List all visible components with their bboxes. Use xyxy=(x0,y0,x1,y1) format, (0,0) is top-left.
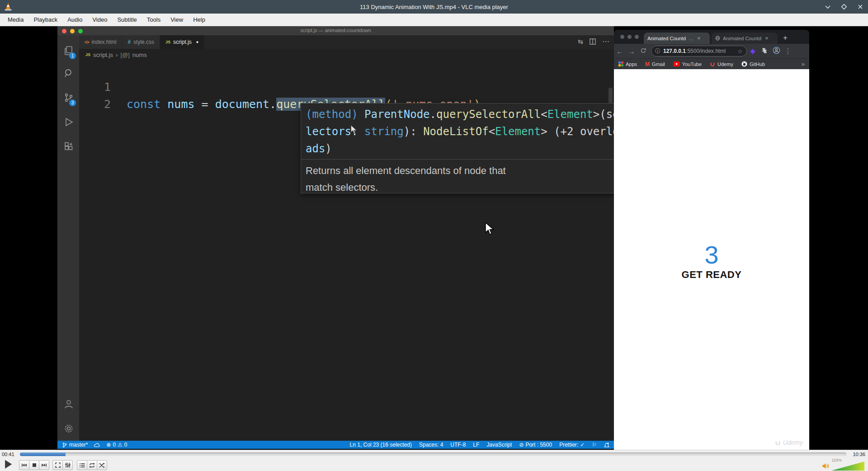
source-control-badge: 3 xyxy=(69,99,76,106)
menu-playback[interactable]: Playback xyxy=(29,14,61,25)
modified-dot-icon[interactable]: ● xyxy=(196,40,198,44)
url-host: 127.0.0.1 xyxy=(663,48,686,54)
compare-changes-icon[interactable]: ⇆ xyxy=(578,38,583,45)
prettier-status[interactable]: Prettier: ✓ xyxy=(559,442,585,448)
url-bar[interactable]: ⓘ 127.0.0.1:5500/index.html ☆ xyxy=(651,46,747,57)
countdown-number: 3 xyxy=(614,240,809,269)
bookmark-youtube[interactable]: YouTube xyxy=(673,61,702,67)
breadcrumb[interactable]: JS script.js › [@] nums xyxy=(85,50,147,60)
maximize-button[interactable] xyxy=(841,4,847,10)
vscode-titlebar: script.js — animated-countdown xyxy=(57,26,614,35)
menu-help[interactable]: Help xyxy=(189,14,209,25)
sig-token: ParentNode xyxy=(364,108,430,121)
activity-bar: 1 3 xyxy=(57,35,79,441)
volume-gauge[interactable] xyxy=(832,462,864,471)
code-line-1[interactable]: 1 const nums = document.querySelectorAll… xyxy=(79,61,614,79)
menu-subtitle[interactable]: Subtitle xyxy=(113,14,141,25)
eol-status[interactable]: LF xyxy=(473,442,479,448)
check-icon: ✓ xyxy=(580,442,585,448)
vscode-window: script.js — animated-countdown 1 3 xyxy=(57,26,614,449)
breadcrumb-file[interactable]: script.js xyxy=(93,52,113,58)
menu-tools[interactable]: Tools xyxy=(143,14,165,25)
git-branch-status[interactable]: master* xyxy=(62,442,88,448)
tab-style-css[interactable]: # style.css xyxy=(122,35,160,49)
previous-button[interactable] xyxy=(19,460,29,470)
forward-button[interactable]: → xyxy=(626,47,637,55)
live-server-port-status[interactable]: ⊘ Port : 5500 xyxy=(519,442,552,448)
error-count: 0 xyxy=(113,442,116,448)
encoding-status[interactable]: UTF-8 xyxy=(450,442,466,448)
breadcrumb-symbol[interactable]: nums xyxy=(132,52,147,58)
profile-avatar-icon[interactable] xyxy=(770,47,782,56)
bookmark-star-icon[interactable]: ☆ xyxy=(737,48,743,55)
hover-tooltip: (method) ParentNode.querySelectorAll<Ele… xyxy=(301,103,634,193)
notifications-bell-icon[interactable] xyxy=(604,442,609,448)
stop-button[interactable] xyxy=(29,460,39,470)
udemy-watermark-icon xyxy=(775,440,781,446)
play-button[interactable] xyxy=(4,459,13,471)
new-tab-button[interactable]: + xyxy=(783,33,788,42)
search-icon[interactable] xyxy=(63,68,74,79)
globe-favicon xyxy=(715,36,720,41)
extension-icon[interactable]: ◆ xyxy=(747,47,759,55)
browser-menu-icon[interactable]: ⋮ xyxy=(782,47,794,55)
indentation-status[interactable]: Spaces: 4 xyxy=(419,442,443,448)
speaker-icon xyxy=(822,463,829,471)
menu-media[interactable]: Media xyxy=(4,14,28,25)
bookmark-apps[interactable]: Apps xyxy=(618,61,637,67)
back-button[interactable]: ← xyxy=(614,47,626,55)
reload-button[interactable] xyxy=(637,47,649,55)
browser-tab-active[interactable]: Animated Countd… × xyxy=(644,33,710,44)
video-canvas[interactable]: script.js — animated-countdown 1 3 xyxy=(0,26,868,450)
sync-changes-button[interactable] xyxy=(94,443,100,447)
seek-fill xyxy=(20,452,66,456)
next-button[interactable] xyxy=(39,460,49,470)
menu-audio[interactable]: Audio xyxy=(63,14,86,25)
more-actions-icon[interactable]: ⋯ xyxy=(602,37,609,46)
close-button[interactable] xyxy=(857,4,863,10)
tab-index-html[interactable]: <> index.html xyxy=(79,35,122,49)
code-editor[interactable]: JS script.js › [@] nums 1 const nums = d… xyxy=(79,49,614,441)
sig-token: ) xyxy=(325,142,331,155)
random-button[interactable] xyxy=(97,460,107,470)
menu-video[interactable]: Video xyxy=(88,14,111,25)
tab-title: Animated Countd xyxy=(647,36,686,41)
extended-settings-button[interactable] xyxy=(62,460,73,470)
browser-tab-inactive[interactable]: Animated Countd × xyxy=(712,33,778,44)
tab-script-js[interactable]: JS script.js ● xyxy=(160,35,204,49)
token-equals: = xyxy=(202,98,215,111)
site-info-icon[interactable]: ⓘ xyxy=(655,47,660,55)
minimize-button[interactable] xyxy=(825,4,831,10)
html-file-icon: <> xyxy=(85,40,89,45)
js-file-icon: JS xyxy=(85,52,90,57)
bookmark-udemy[interactable]: Udemy xyxy=(710,61,733,67)
code-line-2[interactable]: 2 xyxy=(79,79,614,96)
bookmark-gmail[interactable]: M Gmail xyxy=(645,61,665,67)
language-mode-status[interactable]: JavaScript xyxy=(486,442,512,448)
line-number: 2 xyxy=(79,96,111,113)
feedback-icon[interactable]: ⚐ xyxy=(592,442,597,448)
sig-token: : xyxy=(351,125,364,138)
settings-gear-icon[interactable] xyxy=(63,423,74,434)
account-icon[interactable] xyxy=(63,399,74,410)
error-icon: ⊗ xyxy=(106,442,111,448)
menu-view[interactable]: View xyxy=(166,14,187,25)
loop-button[interactable] xyxy=(87,460,97,470)
close-tab-icon[interactable]: × xyxy=(697,35,701,42)
split-editor-icon[interactable] xyxy=(590,38,596,45)
fullscreen-button[interactable] xyxy=(52,460,63,470)
extensions-icon[interactable] xyxy=(63,141,74,152)
bookmark-github[interactable]: GitHub xyxy=(741,61,765,67)
bookmarks-bar: Apps M Gmail YouTube Udemy GitHub » xyxy=(614,58,809,69)
close-tab-icon[interactable]: × xyxy=(765,35,769,42)
seek-bar[interactable] xyxy=(20,452,846,456)
playlist-button[interactable] xyxy=(77,460,87,470)
url-text: 127.0.0.1:5500/index.html xyxy=(663,48,726,54)
cursor-position-status[interactable]: Ln 1, Col 23 (16 selected) xyxy=(350,442,412,448)
warning-count: 0 xyxy=(124,442,127,448)
problems-status[interactable]: ⊗ 0 ⚠ 0 xyxy=(106,442,127,448)
puzzle-extensions-icon[interactable] xyxy=(759,47,770,55)
run-debug-icon[interactable] xyxy=(63,117,74,127)
bookmarks-overflow-icon[interactable]: » xyxy=(802,61,805,67)
sig-token: NodeListOf xyxy=(423,125,489,138)
